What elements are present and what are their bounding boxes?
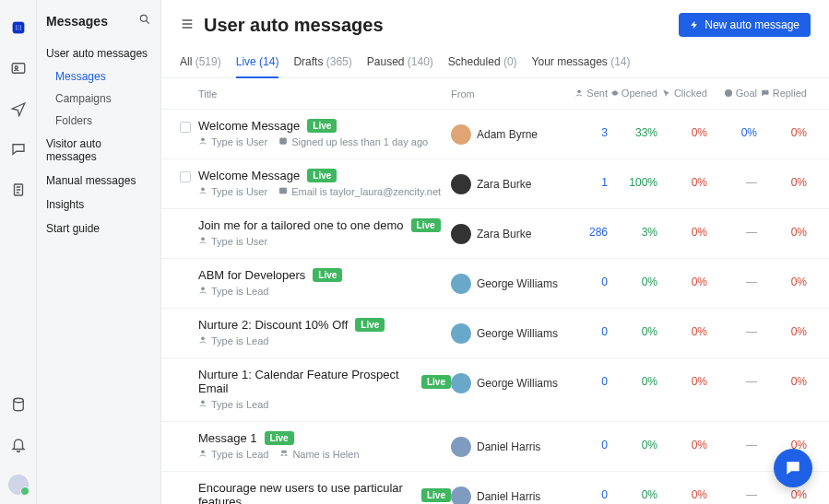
tab-your-messages[interactable]: Your messages (14) xyxy=(532,50,631,77)
svg-point-15 xyxy=(201,188,204,191)
replied-value: 0% xyxy=(761,169,811,189)
user-icon xyxy=(198,286,207,297)
meta-item: Type is Lead xyxy=(198,399,268,410)
message-title: ABM for Developers xyxy=(198,268,305,282)
svg-point-10 xyxy=(614,92,616,94)
brand-icon[interactable] xyxy=(7,17,30,39)
goal-value: 0% xyxy=(711,119,761,139)
messenger-widget[interactable] xyxy=(774,449,812,487)
svg-point-19 xyxy=(201,337,204,340)
col-sent[interactable]: Sent xyxy=(562,88,608,99)
sidebar-item-insights[interactable]: Insights xyxy=(37,193,160,217)
tab-drafts[interactable]: Drafts (365) xyxy=(293,50,351,77)
col-title[interactable]: Title xyxy=(198,88,451,100)
replied-value: 0% xyxy=(761,268,811,288)
meta-item: Email is taylor_laura@zencity.net xyxy=(278,186,441,197)
from-cell: George Williams xyxy=(451,318,562,344)
opened-value: 0% xyxy=(611,481,661,501)
col-clicked[interactable]: Clicked xyxy=(661,88,707,99)
svg-point-9 xyxy=(578,90,581,93)
sidebar-title: Messages xyxy=(46,14,108,29)
tag-icon xyxy=(279,449,289,460)
tab-all[interactable]: All (519) xyxy=(180,50,221,77)
status-badge: Live xyxy=(265,431,294,445)
from-cell: George Williams xyxy=(451,268,562,294)
send-icon[interactable] xyxy=(7,98,30,120)
sent-value: 286 xyxy=(562,218,611,239)
svg-point-7 xyxy=(13,398,23,403)
filter-tabs: All (519)Live (14)Drafts (365)Paused (14… xyxy=(161,46,829,78)
from-cell: Zara Burke xyxy=(451,218,562,244)
replied-value: 0% xyxy=(761,368,811,388)
replied-value: 0% xyxy=(761,218,811,239)
svg-point-18 xyxy=(201,287,204,290)
tab-scheduled[interactable]: Scheduled (0) xyxy=(448,50,517,77)
document-icon[interactable] xyxy=(7,179,30,201)
sent-value: 0 xyxy=(562,318,611,338)
meta-item: Type is Lead xyxy=(198,449,268,460)
status-badge: Live xyxy=(411,218,441,232)
tab-paused[interactable]: Paused (140) xyxy=(367,50,433,77)
sent-value: 0 xyxy=(562,481,611,501)
sidebar-header: Messages xyxy=(37,7,160,41)
sidebar-item-start-guide[interactable]: Start guide xyxy=(37,217,160,240)
avatar xyxy=(451,437,471,457)
replied-value: 0% xyxy=(761,431,811,451)
new-auto-message-button[interactable]: New auto message xyxy=(679,13,811,37)
meta-item: Type is Lead xyxy=(198,335,268,346)
sidebar-item-visitor-auto[interactable]: Visitor auto messages xyxy=(37,132,160,169)
search-icon[interactable] xyxy=(138,13,151,29)
tab-live[interactable]: Live (14) xyxy=(236,50,279,77)
table-row[interactable]: ABM for DevelopersLiveType is LeadGeorge… xyxy=(161,259,829,309)
col-replied[interactable]: Replied xyxy=(761,88,807,99)
sidebar-sub-folders[interactable]: Folders xyxy=(37,110,160,132)
sidebar-item-user-auto[interactable]: User auto messages xyxy=(37,41,160,65)
table-row[interactable]: Join me for a tailored one to one demoLi… xyxy=(161,209,829,259)
from-cell: Adam Byrne xyxy=(451,119,562,145)
replied-value: 0% xyxy=(761,318,811,338)
from-cell: Daniel Harris xyxy=(451,481,562,504)
table-row[interactable]: Welcome MessageLiveType is UserSigned up… xyxy=(161,110,829,159)
svg-point-13 xyxy=(201,138,204,141)
sent-value: 0 xyxy=(562,368,611,388)
data-icon[interactable] xyxy=(7,393,30,416)
current-user-avatar[interactable] xyxy=(8,475,29,495)
svg-point-20 xyxy=(201,401,204,404)
status-badge: Live xyxy=(313,268,342,282)
table-row[interactable]: Encourage new users to use particular fe… xyxy=(161,472,829,504)
user-icon xyxy=(198,399,207,410)
message-title: Nurture 2: Discount 10% Off xyxy=(198,318,348,332)
col-goal[interactable]: Goal xyxy=(711,88,757,99)
svg-rect-14 xyxy=(280,138,287,144)
svg-rect-3 xyxy=(19,25,20,30)
sidebar-sub-campaigns[interactable]: Campaigns xyxy=(37,88,160,110)
table-row[interactable]: Welcome MessageLiveType is UserEmail is … xyxy=(161,159,829,209)
user-icon xyxy=(198,449,207,460)
bell-icon[interactable] xyxy=(7,434,30,456)
svg-point-8 xyxy=(140,15,147,21)
sidebar-item-manual[interactable]: Manual messages xyxy=(37,169,160,193)
col-opened[interactable]: Opened xyxy=(611,88,657,99)
opened-value: 3% xyxy=(611,218,661,239)
col-from[interactable]: From xyxy=(451,88,562,100)
avatar xyxy=(451,373,471,393)
svg-point-21 xyxy=(201,451,204,453)
clicked-value: 0% xyxy=(661,119,711,139)
row-checkbox[interactable] xyxy=(180,122,191,133)
table-row[interactable]: Nurture 2: Discount 10% OffLiveType is L… xyxy=(161,309,829,358)
avatar xyxy=(451,174,471,194)
sent-value: 0 xyxy=(562,431,611,451)
chat-icon[interactable] xyxy=(7,138,30,160)
opened-value: 100% xyxy=(611,169,661,189)
table-row[interactable]: Message 1LiveType is LeadName is HelenDa… xyxy=(161,422,829,472)
meta-item: Name is Helen xyxy=(279,449,359,460)
new-button-label: New auto message xyxy=(705,18,799,31)
menu-toggle-icon[interactable] xyxy=(180,17,195,34)
sidebar-sub-messages[interactable]: Messages xyxy=(37,65,160,88)
svg-rect-4 xyxy=(12,64,25,74)
table-row[interactable]: Nurture 1: Calendar Feature Prospect Ema… xyxy=(161,358,829,422)
message-title: Welcome Message xyxy=(198,119,300,133)
row-checkbox[interactable] xyxy=(180,171,191,182)
clicked-value: 0% xyxy=(661,218,711,239)
people-icon[interactable] xyxy=(7,57,30,79)
